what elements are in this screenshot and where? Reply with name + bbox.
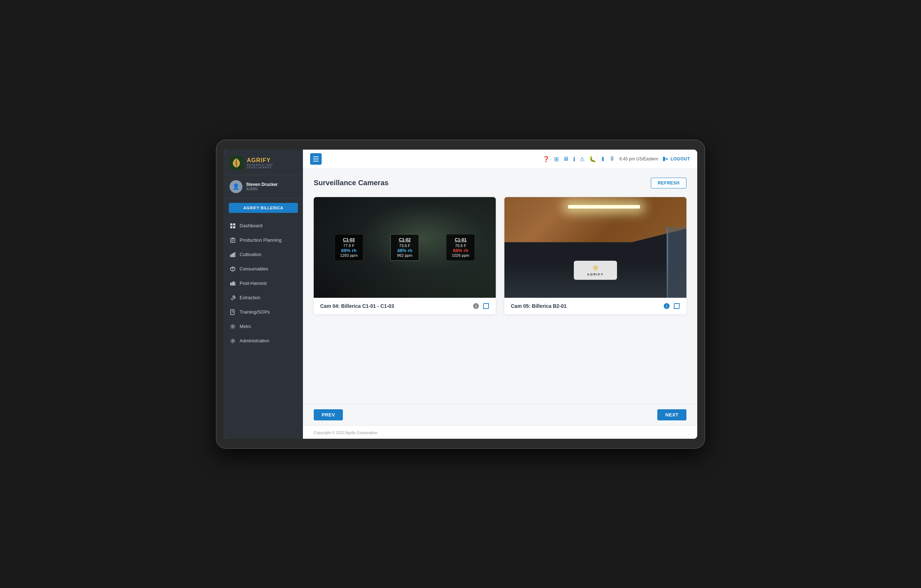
camera-footer-04: Cam 04: Billerica C1-01 - C1-03 i	[314, 298, 496, 314]
download-icon[interactable]: ⬇	[600, 156, 605, 162]
sidebar: AGRIFY RESEARCH AND DEVELOPMENT 👤 Steven…	[224, 149, 303, 439]
svg-rect-12	[234, 252, 235, 257]
microphone-icon[interactable]: 🎙	[609, 156, 615, 162]
app-name: AGRIFY	[247, 157, 297, 164]
sidebar-item-cultivation[interactable]: Cultivation	[224, 247, 303, 262]
sensor-rh-alert: 68% rh	[451, 248, 470, 253]
svg-rect-4	[233, 226, 235, 228]
sidebar-item-label: Post-Harvest	[239, 281, 267, 286]
sidebar-item-post-harvest[interactable]: Post-Harvest	[224, 276, 303, 291]
user-role: ADMIN	[246, 187, 278, 191]
sidebar-item-label: Metrc	[239, 324, 251, 329]
sensor-id: C1-01	[451, 237, 470, 242]
cameras-grid: C1-03 77.9 F 69% rh 1283 ppm C1-02 73.6 …	[314, 197, 687, 314]
camera-info-button[interactable]: i	[664, 303, 670, 309]
sidebar-item-label: Extraction	[239, 295, 260, 300]
page-title: Surveillance Cameras	[314, 179, 389, 187]
sensor-temp: 70.6 F	[451, 244, 470, 248]
sidebar-item-label: Consumables	[239, 266, 268, 271]
svg-rect-33	[674, 304, 679, 309]
footer-copyright: Copyright © 2022 Agrify Corporation	[314, 430, 378, 435]
svg-rect-2	[233, 223, 235, 226]
warning-icon[interactable]: ⚠	[579, 156, 585, 162]
camera-info-button[interactable]: i	[473, 303, 479, 309]
refresh-button[interactable]: REFRESH	[651, 178, 687, 188]
sidebar-item-metrc[interactable]: Metrc	[224, 319, 303, 334]
sidebar-item-label: Production Planning	[239, 237, 282, 243]
sensor-c101: C1-01 70.6 F 68% rh 1026 ppm	[446, 234, 475, 261]
svg-rect-10	[232, 253, 233, 257]
sensor-c103: C1-03 77.9 F 69% rh 1283 ppm	[335, 234, 363, 261]
sidebar-item-label: Training/SOPs	[239, 309, 270, 315]
sidebar-item-dashboard[interactable]: Dashboard	[224, 219, 303, 233]
camera-preview-04: C1-03 77.9 F 69% rh 1283 ppm C1-02 73.6 …	[314, 197, 496, 298]
topbar-right: ❓ ⊞ 🖥 ℹ ⚠ 🐛 ⬇ 🎙 6:45 pm US/Eastern LOG	[542, 156, 690, 162]
camera-footer-05: Cam 05: Billerica B2-01 i	[504, 298, 687, 314]
sidebar-item-administration[interactable]: Administration	[224, 334, 303, 348]
cam2-ceiling	[504, 197, 687, 242]
camera-expand-button[interactable]	[483, 303, 489, 309]
svg-rect-27	[313, 161, 319, 161]
tablet-screen: AGRIFY RESEARCH AND DEVELOPMENT 👤 Steven…	[224, 149, 697, 439]
topbar-left	[310, 153, 322, 165]
sidebar-item-consumables[interactable]: Consumables	[224, 262, 303, 276]
sidebar-item-extraction[interactable]: Extraction	[224, 291, 303, 305]
svg-rect-18	[234, 282, 235, 286]
cam2-sign: ❋ AGRIFY	[574, 261, 617, 280]
svg-text:i: i	[475, 304, 476, 308]
prev-button[interactable]: PREV	[314, 409, 343, 421]
page-footer: Copyright © 2022 Agrify Corporation	[303, 426, 697, 439]
monitor-icon[interactable]: 🖥	[563, 156, 569, 162]
svg-rect-15	[230, 283, 231, 286]
topbar-time: 6:45 pm US/Eastern	[620, 156, 658, 161]
agrify-logo-icon	[229, 156, 243, 170]
tablet-frame: AGRIFY RESEARCH AND DEVELOPMENT 👤 Steven…	[216, 140, 705, 449]
help-icon[interactable]: ❓	[542, 156, 550, 162]
logout-button[interactable]: LOGOUT	[663, 156, 690, 162]
camera-card-05: ❋ AGRIFY Cam 05: Billerica B2-01 i	[504, 197, 687, 314]
camera-preview-05: ❋ AGRIFY	[504, 197, 687, 298]
svg-rect-16	[232, 282, 233, 286]
info-icon[interactable]: ℹ	[573, 156, 575, 162]
camera-expand-button[interactable]	[674, 303, 680, 309]
sensor-ppm: 1283 ppm	[339, 253, 359, 258]
sensor-temp: 73.6 F	[395, 244, 415, 248]
pagination-bar: PREV NEXT	[303, 404, 697, 426]
sidebar-item-label: Administration	[239, 338, 269, 343]
svg-rect-3	[230, 226, 233, 228]
facility-button[interactable]: AGRIFY BILLERICA	[229, 203, 298, 213]
bars-icon	[229, 252, 236, 258]
svg-text:i: i	[666, 304, 667, 308]
book-icon	[229, 309, 236, 315]
svg-point-22	[232, 325, 234, 327]
cog-icon	[229, 323, 236, 330]
svg-rect-30	[483, 304, 488, 309]
apps-icon[interactable]: ⊞	[554, 156, 559, 162]
svg-point-23	[232, 340, 234, 342]
sensor-rh: 48% rh	[395, 248, 415, 253]
logout-label: LOGOUT	[670, 156, 690, 161]
topbar: ❓ ⊞ 🖥 ℹ ⚠ 🐛 ⬇ 🎙 6:45 pm US/Eastern LOG	[303, 149, 697, 169]
next-button[interactable]: NEXT	[657, 409, 687, 421]
sidebar-item-training-sops[interactable]: Training/SOPs	[224, 305, 303, 319]
camera-card-04: C1-03 77.9 F 69% rh 1283 ppm C1-02 73.6 …	[314, 197, 496, 314]
svg-point-24	[231, 339, 235, 343]
menu-button[interactable]	[310, 153, 322, 165]
sensor-c102: C1-02 73.6 F 48% rh 962 ppm	[391, 234, 419, 261]
svg-rect-26	[313, 159, 319, 159]
settings-icon	[229, 338, 236, 344]
svg-rect-6	[232, 238, 234, 239]
svg-rect-11	[233, 253, 234, 257]
bug-icon[interactable]: 🐛	[589, 156, 596, 162]
nav-list: Dashboard Production Planning	[224, 217, 303, 439]
cam2-light	[568, 205, 640, 209]
camera-actions: i	[473, 303, 489, 309]
user-section: 👤 Steven Drucker ADMIN	[224, 175, 303, 198]
camera-label: Cam 04: Billerica C1-01 - C1-03	[320, 303, 394, 309]
sidebar-item-label: Cultivation	[239, 252, 262, 257]
logo-text: AGRIFY RESEARCH AND DEVELOPMENT	[247, 157, 297, 169]
sensor-ppm: 962 ppm	[395, 253, 415, 258]
sidebar-item-production-planning[interactable]: Production Planning	[224, 233, 303, 247]
user-name: Steven Drucker	[246, 182, 278, 187]
svg-rect-5	[231, 239, 235, 242]
